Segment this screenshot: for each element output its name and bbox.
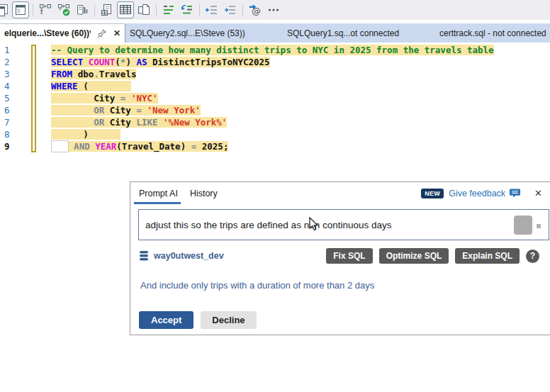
decline-button[interactable]: Decline <box>201 311 256 329</box>
results-to-text-icon[interactable] <box>99 1 116 18</box>
prompt-input[interactable] <box>139 210 549 240</box>
available-databases-icon[interactable] <box>74 1 91 18</box>
code-line-6[interactable]: 6 OR City = 'New York' <box>0 104 550 116</box>
line-number: 5 <box>4 92 10 104</box>
prompt-panel-header-right: NEW Give feedback ✕ <box>421 188 542 199</box>
code-text: -- Query to determine how many distinct … <box>51 44 494 56</box>
connection-row: way0utwest_dev Fix SQLOptimize SQLExplai… <box>139 247 539 264</box>
panel-tab-prompt-ai[interactable]: Prompt AI <box>139 189 178 198</box>
code-text: AND YEAR(Travel_Date) = 2025; <box>51 140 228 152</box>
code-text: ) <box>51 128 120 140</box>
close-icon[interactable]: ✕ <box>534 188 542 198</box>
database-icon <box>139 250 149 262</box>
increase-indent-icon[interactable] <box>222 1 239 18</box>
accept-decline-row: Accept Decline <box>139 311 257 329</box>
line-number: 8 <box>4 128 10 140</box>
close-icon[interactable]: ✕ <box>113 28 120 38</box>
code-line-5[interactable]: 5 City = 'NYC' <box>0 92 550 104</box>
sql-action-buttons: Fix SQLOptimize SQLExplain SQL ? <box>326 248 539 264</box>
disconnect-icon[interactable] <box>37 1 54 18</box>
code-line-2[interactable]: 2SELECT COUNT(*) AS DistinctTripsToNYC20… <box>0 56 550 68</box>
toolbar: @ <box>0 0 550 20</box>
line-number: 7 <box>4 116 10 128</box>
results-to-file-icon[interactable] <box>135 1 152 18</box>
ssms-window: @ elquerie...\Steve (60))*✕SQLQuery2.sql… <box>0 0 550 392</box>
toolbar-separator <box>156 4 157 16</box>
feedback-chat-icon[interactable] <box>509 188 521 199</box>
code-text: City = 'NYC' <box>51 92 158 104</box>
code-text: OR City LIKE '%New York%' <box>51 116 227 128</box>
explain-sql-button[interactable]: Explain SQL <box>455 248 520 264</box>
tab-label: certtrack.sql - not connected <box>439 28 546 38</box>
tab-label: elquerie...\Steve (60))* <box>4 28 91 38</box>
line-number: 6 <box>4 104 10 116</box>
document-tab-4[interactable]: certtrack.sql - not connected <box>435 23 550 43</box>
prompt-panel-header: Prompt AIHistory NEW Give feedback ✕ <box>130 182 550 204</box>
prompt-panel-tabs: Prompt AIHistory <box>139 189 230 198</box>
optimize-sql-button[interactable]: Optimize SQL <box>379 248 449 264</box>
overflow-menu-icon[interactable] <box>265 1 282 18</box>
split-window-icon[interactable] <box>12 1 29 18</box>
prompt-ai-panel: Prompt AIHistory NEW Give feedback ✕ way… <box>130 181 550 335</box>
code-text: SELECT COUNT(*) AS DistinctTripsToNYC202… <box>51 56 270 68</box>
line-number: 3 <box>4 68 10 80</box>
code-line-8[interactable]: 8 ) <box>0 128 550 140</box>
toolbar-separator <box>199 4 200 16</box>
code-text: OR City = 'New York' <box>51 104 201 116</box>
toolbar-separator <box>242 4 243 16</box>
toolbar-separator <box>33 4 33 16</box>
accept-button[interactable]: Accept <box>139 311 193 329</box>
help-icon[interactable]: ? <box>526 250 539 263</box>
line-number: 9 <box>4 140 10 152</box>
edit-marker-box <box>51 140 69 152</box>
line-number: 4 <box>4 80 10 92</box>
decrease-indent-icon[interactable] <box>203 1 220 18</box>
code-text: FROM dbo.Travels <box>51 68 136 80</box>
give-feedback-link[interactable]: Give feedback <box>449 189 505 198</box>
code-line-1[interactable]: 1-- Query to determine how many distinct… <box>0 44 550 56</box>
new-badge: NEW <box>421 189 444 198</box>
scrollbar-dot <box>537 224 541 228</box>
change-connection-icon[interactable] <box>55 1 72 18</box>
template-parameters-icon[interactable]: @ <box>247 1 264 18</box>
line-number: 2 <box>4 56 10 68</box>
fix-sql-button[interactable]: Fix SQL <box>326 248 372 264</box>
prompt-input-wrap <box>138 209 549 240</box>
results-to-grid-icon[interactable] <box>117 1 134 18</box>
code-text: WHERE ( <box>51 80 131 92</box>
document-tab-1[interactable]: elquerie...\Steve (60))*✕ <box>0 23 125 43</box>
code-line-9[interactable]: 9 AND YEAR(Travel_Date) = 2025; <box>0 140 550 152</box>
comment-lines-icon[interactable] <box>160 1 177 18</box>
document-tab-2[interactable]: SQLQuery2.sql...E\Steve (53)) <box>125 23 283 43</box>
code-line-4[interactable]: 4WHERE ( <box>0 80 550 92</box>
pin-icon[interactable] <box>96 28 107 39</box>
uncomment-lines-icon[interactable] <box>179 1 196 18</box>
new-window-icon[interactable] <box>0 1 11 18</box>
send-button[interactable] <box>514 215 532 235</box>
document-tabstrip: elquerie...\Steve (60))*✕SQLQuery2.sql..… <box>0 23 550 43</box>
tab-label: SQLQuery2.sql...E\Steve (53)) <box>130 28 245 38</box>
panel-tab-history[interactable]: History <box>190 189 218 198</box>
ai-response-text: And include only trips with a duration o… <box>140 280 374 291</box>
toolbar-separator <box>94 4 95 16</box>
code-line-7[interactable]: 7 OR City LIKE '%New York%' <box>0 116 550 128</box>
database-name: way0utwest_dev <box>154 251 224 261</box>
code-lines[interactable]: 1-- Query to determine how many distinct… <box>0 44 550 152</box>
line-number: 1 <box>4 44 10 56</box>
code-line-3[interactable]: 3FROM dbo.Travels <box>0 68 550 80</box>
active-tab-underline <box>134 202 181 204</box>
document-tab-3[interactable]: SQLQuery1.sq...ot connected <box>283 23 435 43</box>
tab-label: SQLQuery1.sq...ot connected <box>287 28 399 38</box>
